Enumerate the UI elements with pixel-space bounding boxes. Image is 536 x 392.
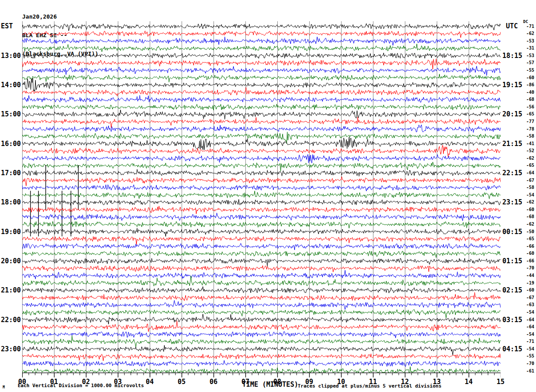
seismo-trace bbox=[22, 251, 501, 257]
dc-value: -63 bbox=[512, 302, 534, 307]
seismo-trace bbox=[22, 74, 501, 82]
clipping-note: Traces clipped at plus/minus 5 vertical … bbox=[298, 383, 442, 389]
seismo-trace bbox=[22, 145, 501, 157]
seismo-trace bbox=[22, 162, 501, 171]
dc-value: -65 bbox=[512, 111, 534, 117]
seismo-trace bbox=[22, 314, 501, 324]
left-timezone-label: EST bbox=[1, 22, 13, 30]
dc-value: -40 bbox=[512, 90, 534, 95]
seismo-trace bbox=[22, 184, 501, 191]
dc-value: -52 bbox=[512, 148, 534, 154]
est-hour-label: 22:00 bbox=[1, 316, 20, 323]
seismo-trace bbox=[22, 353, 501, 361]
dc-value: -57 bbox=[512, 60, 534, 65]
seismo-trace bbox=[22, 177, 501, 186]
seismo-trace bbox=[22, 95, 501, 102]
dc-value: -68 bbox=[512, 97, 534, 102]
helicorder-plot bbox=[22, 21, 501, 373]
dc-value: -70 bbox=[512, 361, 534, 366]
seismo-trace bbox=[22, 243, 501, 250]
seismo-trace bbox=[22, 367, 501, 373]
trace-canvas bbox=[22, 21, 501, 373]
seismo-trace bbox=[22, 169, 501, 177]
seismo-trace bbox=[22, 345, 501, 355]
dc-offset-header: DC bbox=[523, 19, 528, 24]
dc-value: -55 bbox=[512, 68, 534, 73]
dc-value: -62 bbox=[512, 31, 534, 36]
est-hour-label: 21:00 bbox=[1, 287, 20, 294]
time-axis-label: TIME (MINUTES) bbox=[235, 380, 306, 388]
dc-value: -41 bbox=[512, 141, 534, 146]
seismo-trace bbox=[22, 125, 501, 133]
seismo-trace bbox=[22, 37, 501, 45]
dc-value: -67 bbox=[512, 295, 534, 300]
seismo-trace bbox=[22, 31, 501, 38]
seismo-trace bbox=[22, 104, 501, 110]
seismo-trace bbox=[22, 87, 501, 96]
dc-value: -64 bbox=[512, 324, 534, 330]
seismo-trace bbox=[22, 228, 501, 237]
dc-value: -65 bbox=[512, 163, 534, 168]
dc-value: -66 bbox=[512, 258, 534, 264]
dc-value: -62 bbox=[512, 222, 534, 227]
est-hour-label: 16:00 bbox=[1, 140, 20, 147]
seismo-trace bbox=[22, 44, 501, 52]
seismo-trace bbox=[22, 236, 501, 245]
dc-value: -60 bbox=[512, 75, 534, 81]
seismo-trace bbox=[22, 200, 501, 206]
seismo-trace bbox=[22, 110, 501, 119]
dc-value: -60 bbox=[512, 288, 534, 293]
seismo-trace bbox=[22, 310, 501, 318]
seismo-trace bbox=[22, 361, 501, 367]
dc-value: -55 bbox=[512, 354, 534, 359]
dc-value: -86 bbox=[512, 82, 534, 88]
vertical-division-note: Each Vertical Division = 1000.00 microvo… bbox=[18, 383, 144, 388]
dc-value: -64 bbox=[512, 170, 534, 176]
est-hour-label: 23:00 bbox=[1, 346, 20, 353]
dc-value: -53 bbox=[512, 53, 534, 58]
dc-value: -31 bbox=[512, 46, 534, 51]
seismo-trace bbox=[22, 292, 501, 301]
seismo-trace bbox=[22, 78, 501, 92]
minute-tick-label: 14 bbox=[461, 378, 477, 386]
dc-value: -58 bbox=[512, 134, 534, 139]
seismo-trace bbox=[22, 265, 501, 272]
seismogram-page: Jan20,2026 BLA EHZ SE -- (Blacksburg, VA… bbox=[0, 0, 536, 392]
dc-value: -62 bbox=[512, 156, 534, 161]
dc-value: -56 bbox=[512, 104, 534, 110]
dc-value: -54 bbox=[512, 332, 534, 337]
dc-value: -77 bbox=[512, 119, 534, 124]
dc-value: -68 bbox=[512, 214, 534, 219]
dc-value: -60 bbox=[512, 207, 534, 212]
dc-value: -71 bbox=[512, 339, 534, 344]
dc-value: -71 bbox=[512, 24, 534, 29]
dc-value: -19 bbox=[512, 281, 534, 286]
seismo-trace bbox=[22, 66, 501, 76]
dc-value: -62 bbox=[512, 200, 534, 205]
dc-value: -66 bbox=[512, 244, 534, 249]
minute-tick-label: 04 bbox=[142, 378, 158, 386]
dc-value: -54 bbox=[512, 346, 534, 352]
dc-value: -44 bbox=[512, 273, 534, 278]
title-date: Jan20,2026 bbox=[22, 14, 98, 20]
seismo-trace bbox=[22, 53, 501, 58]
dc-value: -54 bbox=[512, 192, 534, 198]
seismo-trace bbox=[22, 154, 501, 163]
seismo-trace bbox=[22, 258, 501, 266]
dc-value: -60 bbox=[512, 251, 534, 256]
est-hour-label: 19:00 bbox=[1, 228, 20, 235]
dc-value: -61 bbox=[512, 369, 534, 374]
seismo-trace bbox=[22, 191, 501, 199]
dc-value: -65 bbox=[512, 236, 534, 242]
seismo-trace bbox=[22, 287, 501, 293]
minute-tick-label: 06 bbox=[206, 378, 221, 386]
seismo-trace bbox=[22, 132, 501, 143]
seismo-trace bbox=[22, 59, 501, 69]
dc-value: -50 bbox=[512, 229, 534, 234]
seismo-trace bbox=[22, 117, 501, 127]
seismo-trace bbox=[22, 335, 501, 347]
seismo-trace bbox=[22, 23, 501, 31]
dc-value: -58 bbox=[512, 185, 534, 190]
est-hour-label: 13:00 bbox=[1, 52, 20, 59]
est-hour-label: 20:00 bbox=[1, 257, 20, 265]
